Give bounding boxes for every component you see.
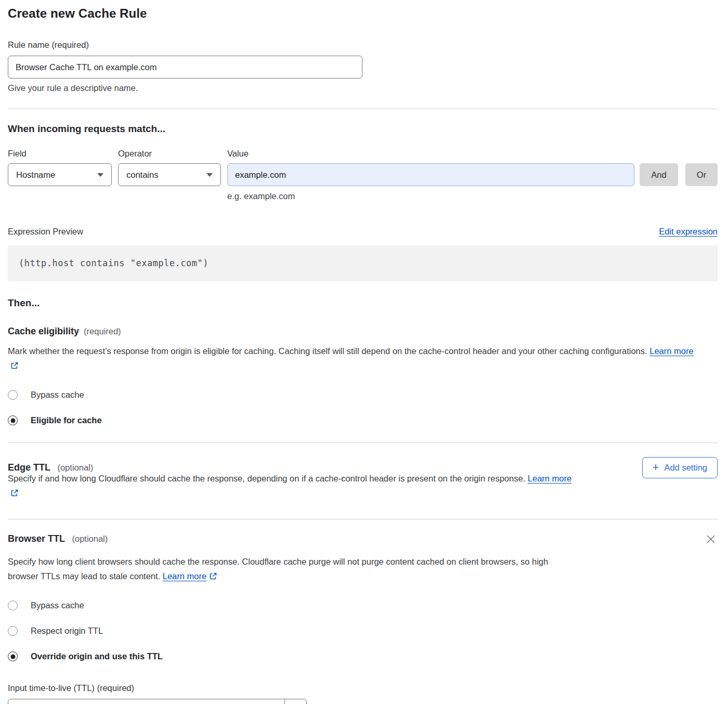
divider xyxy=(8,109,718,109)
radio-circle-icon xyxy=(8,415,18,425)
radio-browser-bypass-cache[interactable]: Bypass cache xyxy=(8,601,718,610)
browser-ttl-title: Browser TTL xyxy=(8,533,65,544)
field-select[interactable]: Hostname xyxy=(8,163,112,186)
edge-ttl-description: Specify if and how long Cloudflare shoul… xyxy=(8,471,577,501)
external-link-icon xyxy=(10,487,19,501)
radio-bypass-cache[interactable]: Bypass cache xyxy=(8,390,718,400)
radio-label: Bypass cache xyxy=(31,601,84,610)
rule-name-label: Rule name (required) xyxy=(8,40,718,50)
ttl-select-value: 1 day xyxy=(8,699,284,704)
cache-eligibility-badge: (required) xyxy=(84,327,121,336)
expression-preview-row: Expression Preview Edit expression xyxy=(8,227,718,237)
edge-ttl-learn-more-link[interactable]: Learn more xyxy=(528,474,571,483)
match-column-labels: Field Operator Value xyxy=(8,149,718,159)
operator-column-label: Operator xyxy=(118,149,227,159)
browser-ttl-header: Browser TTL (optional) xyxy=(8,533,718,547)
browser-ttl-description-text: Specify how long client browsers should … xyxy=(8,557,548,581)
expression-preview-label: Expression Preview xyxy=(8,227,83,237)
match-condition-row: Hostname contains And Or xyxy=(8,163,718,186)
browser-ttl-badge: (optional) xyxy=(72,534,108,543)
expression-code: (http.host contains "example.com") xyxy=(19,258,209,268)
add-setting-button[interactable]: + Add setting xyxy=(642,457,718,478)
value-input[interactable] xyxy=(227,163,634,186)
radio-respect-origin-ttl[interactable]: Respect origin TTL xyxy=(8,626,718,636)
rule-name-input[interactable] xyxy=(8,56,362,79)
then-heading: Then... xyxy=(8,297,718,309)
plus-icon: + xyxy=(653,462,659,473)
radio-eligible-for-cache[interactable]: Eligible for cache xyxy=(8,415,718,425)
ttl-select[interactable]: 1 day xyxy=(8,699,307,704)
edge-ttl-description-text: Specify if and how long Cloudflare shoul… xyxy=(8,474,525,483)
edit-expression-link[interactable]: Edit expression xyxy=(659,227,718,237)
divider xyxy=(8,519,718,519)
radio-label: Override origin and use this TTL xyxy=(31,651,163,661)
radio-circle-icon xyxy=(8,626,18,636)
match-section-heading: When incoming requests match... xyxy=(8,123,718,135)
radio-label: Respect origin TTL xyxy=(31,626,103,636)
or-button[interactable]: Or xyxy=(685,163,718,186)
radio-label: Bypass cache xyxy=(31,390,84,400)
rule-name-helper: Give your rule a descriptive name. xyxy=(8,83,718,93)
cache-eligibility-title: Cache eligibility xyxy=(8,326,79,337)
operator-select[interactable]: contains xyxy=(118,163,221,186)
ttl-input-label: Input time-to-live (TTL) (required) xyxy=(8,683,718,693)
expression-code-box: (http.host contains "example.com") xyxy=(8,245,718,281)
browser-ttl-radio-group: Bypass cache Respect origin TTL Override… xyxy=(8,601,718,661)
chevron-down-icon xyxy=(97,173,103,177)
radio-label: Eligible for cache xyxy=(31,415,102,425)
browser-ttl-learn-more-link[interactable]: Learn more xyxy=(163,571,206,581)
create-cache-rule-form: Create new Cache Rule Rule name (require… xyxy=(0,0,728,704)
value-column-label: Value xyxy=(227,149,249,159)
radio-circle-icon xyxy=(8,651,18,661)
cache-eligibility-learn-more-link[interactable]: Learn more xyxy=(649,346,693,356)
radio-circle-icon xyxy=(8,601,18,610)
page-title: Create new Cache Rule xyxy=(8,6,718,21)
cache-eligibility-header: Cache eligibility (required) xyxy=(8,326,718,337)
cache-eligibility-description-text: Mark whether the request’s response from… xyxy=(8,346,647,356)
field-select-value: Hostname xyxy=(16,170,55,180)
cache-eligibility-description: Mark whether the request’s response from… xyxy=(8,344,702,374)
close-icon[interactable] xyxy=(704,532,718,547)
external-link-icon xyxy=(209,570,217,584)
value-helper: e.g. example.com xyxy=(227,191,718,201)
operator-select-value: contains xyxy=(126,170,158,180)
radio-circle-icon xyxy=(8,390,18,400)
and-button[interactable]: And xyxy=(640,163,678,186)
add-setting-label: Add setting xyxy=(664,463,707,473)
divider xyxy=(8,442,718,443)
browser-ttl-description: Specify how long client browsers should … xyxy=(8,554,572,584)
browser-ttl-title-group: Browser TTL (optional) xyxy=(8,533,108,544)
field-column-label: Field xyxy=(8,149,118,159)
external-link-icon xyxy=(10,359,19,374)
radio-override-origin-ttl[interactable]: Override origin and use this TTL xyxy=(8,651,718,661)
cache-eligibility-radio-group: Bypass cache Eligible for cache xyxy=(8,390,718,425)
ttl-select-arrow-cell[interactable] xyxy=(284,699,306,704)
chevron-down-icon xyxy=(206,173,213,177)
